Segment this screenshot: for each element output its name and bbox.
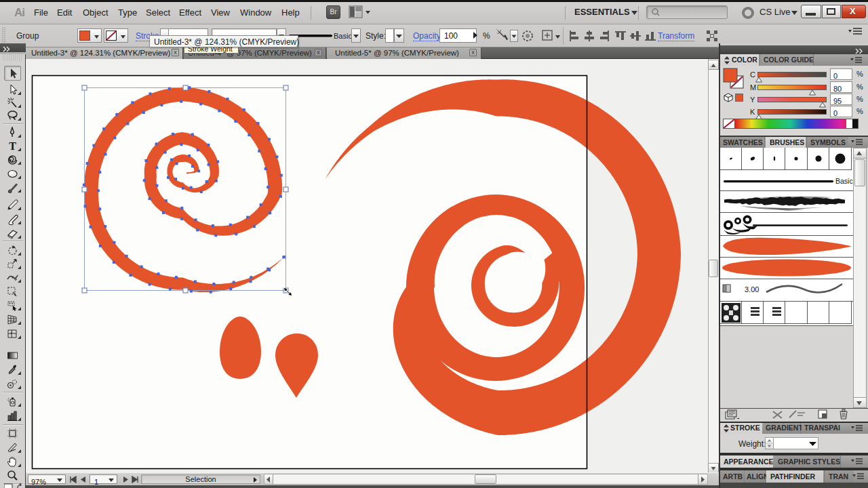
svg-text:T: T xyxy=(9,140,16,152)
svg-text:3.00: 3.00 xyxy=(745,285,759,293)
